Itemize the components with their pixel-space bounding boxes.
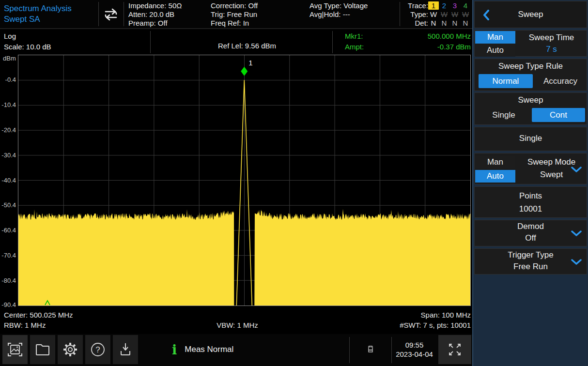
trace-3-type: W xyxy=(449,10,460,18)
measurement-status: i Meas Normal xyxy=(172,334,233,365)
bottom-toolbar: ? i Meas Normal 09:55 2023-04-04 xyxy=(0,334,472,366)
avghold-readout: Avg|Hold: --- xyxy=(309,10,368,19)
trace-1-det: N xyxy=(428,19,439,27)
scale-label: Scale: 10.0 dB xyxy=(4,42,51,52)
file-explorer-button[interactable] xyxy=(30,335,55,364)
log-label: Log xyxy=(4,31,51,42)
trace-1-type: W xyxy=(428,10,439,18)
y-tick: -80.4 xyxy=(0,277,16,284)
trigger-type-value: Free Run xyxy=(475,262,587,272)
save-button[interactable] xyxy=(113,335,138,364)
screenshot-button[interactable] xyxy=(2,335,28,364)
trace-3-det: N xyxy=(449,19,460,27)
sweep-mode-label: Sweep Mode xyxy=(516,157,587,167)
sweep-cont-option[interactable]: Cont xyxy=(532,108,585,122)
points-value: 10001 xyxy=(475,204,587,214)
freqref-readout: Freq Ref: In xyxy=(211,19,258,28)
y-tick: -30.4 xyxy=(0,152,16,159)
trace-3-button[interactable]: 3 xyxy=(449,1,460,10)
help-icon: ? xyxy=(90,341,106,358)
y-axis-unit-label: dBm xyxy=(3,55,16,62)
sweep-type-normal-option[interactable]: Normal xyxy=(479,74,533,88)
chevron-down-icon xyxy=(571,259,582,265)
y-tick: -70.4 xyxy=(0,252,16,259)
single-sweep-button[interactable]: Single xyxy=(474,127,587,151)
trace-4-det: N xyxy=(460,19,471,27)
demod-label: Demod xyxy=(475,222,587,231)
swt-readout[interactable]: #SWT: 7 s, pts: 10001 xyxy=(400,321,471,329)
y-tick: -50.4 xyxy=(0,201,16,209)
scale-bar: Log Scale: 10.0 dB Ref Lel: 9.56 dBm Mkr… xyxy=(0,30,472,54)
ref-level-readout[interactable]: Ref Lel: 9.56 dBm xyxy=(174,42,320,50)
continuous-sweep-button[interactable] xyxy=(100,3,122,26)
sweep-time-value: 7 s xyxy=(516,45,587,54)
trace-fill-left xyxy=(18,209,234,305)
sweep-type-rule-control: Sweep Type Rule Normal Accuracy xyxy=(474,59,587,91)
chevron-left-icon xyxy=(482,10,490,20)
trig-readout: Trig: Free Run xyxy=(211,10,258,19)
chevron-down-icon xyxy=(571,230,582,237)
trace-row: Trace: 1 2 3 4 xyxy=(402,1,471,10)
clock: 09:55 2023-04-04 xyxy=(391,334,437,365)
marker-readout[interactable]: Mkr1: 500.000 MHz Ampt: -0.37 dBm xyxy=(335,31,471,52)
demod-control[interactable]: Demod Off xyxy=(474,220,587,246)
continuous-sweep-icon xyxy=(102,7,120,22)
sweep-label: Sweep xyxy=(475,95,587,105)
trace-1-button[interactable]: 1 xyxy=(428,1,439,10)
center-freq-readout[interactable]: Center: 500.025 MHz xyxy=(4,311,73,319)
fullscreen-arrows-icon xyxy=(446,341,464,358)
save-icon xyxy=(117,341,134,358)
app-title-line1: Spectrum Analysis xyxy=(4,3,72,14)
y-tick: -20.4 xyxy=(0,126,16,134)
atten-readout: Atten: 20.0 dB xyxy=(128,10,182,19)
trace-2-type: W xyxy=(439,10,449,18)
input-settings-column: Impedance: 50Ω Atten: 20.0 dB Preamp: Of… xyxy=(128,1,182,28)
type-row: Type: W W W W xyxy=(402,10,471,18)
divider xyxy=(150,31,151,53)
top-status-bar: Spectrum Analysis Swept SA Impedance: 50… xyxy=(0,0,472,29)
trigger-type-label: Trigger Type xyxy=(475,250,587,260)
points-label: Points xyxy=(475,191,587,201)
screen: Spectrum Analysis Swept SA Impedance: 50… xyxy=(0,0,588,366)
det-row: Det: N N N N xyxy=(402,18,471,27)
app-title: Spectrum Analysis Swept SA xyxy=(4,3,72,25)
divider xyxy=(332,31,333,53)
y-tick: -90.4 xyxy=(0,301,16,308)
sweep-single-option[interactable]: Single xyxy=(480,108,528,122)
sweep-time-man-option[interactable]: Man xyxy=(475,31,515,44)
marker-name: Mkr1: xyxy=(335,31,363,42)
correction-readout: Correction: Off xyxy=(211,1,258,10)
preamp-readout: Preamp: Off xyxy=(128,19,182,28)
usb-status xyxy=(349,334,391,365)
marker-diamond-icon xyxy=(241,67,248,76)
sweep-mode-auto-option[interactable]: Auto xyxy=(475,170,515,183)
avgtype-readout: Avg Type: Voltage xyxy=(309,1,368,10)
trace-2-button[interactable]: 2 xyxy=(439,1,449,10)
spectrum-plot-area[interactable]: 1 xyxy=(18,55,471,306)
usb-device-icon xyxy=(367,345,374,354)
sweep-mode-control[interactable]: Man Auto Sweep Mode Swept xyxy=(474,153,587,184)
points-control[interactable]: Points 10001 xyxy=(474,186,587,218)
marker-frequency: 500.000 MHz xyxy=(428,31,471,42)
y-tick: -0.4 xyxy=(0,76,16,83)
back-button[interactable] xyxy=(482,10,490,22)
amplitude-scale-readout[interactable]: Log Scale: 10.0 dB xyxy=(4,31,51,52)
trace-2-det: N xyxy=(439,19,449,27)
sweep-time-auto-option[interactable]: Auto xyxy=(475,44,515,57)
spectrum-trace: 1 xyxy=(18,55,470,305)
trigger-type-control[interactable]: Trigger Type Free Run xyxy=(474,248,587,274)
sweep-mode-man-option[interactable]: Man xyxy=(475,156,515,168)
divider xyxy=(98,2,99,26)
panel-header: Sweep xyxy=(474,1,587,28)
divider xyxy=(400,2,400,26)
sweep-type-accuracy-option[interactable]: Accuracy xyxy=(536,74,585,88)
span-readout[interactable]: Span: 100 MHz xyxy=(421,311,471,319)
help-button[interactable]: ? xyxy=(85,335,110,364)
fullscreen-button[interactable] xyxy=(438,335,471,364)
type-row-label: Type: xyxy=(402,10,428,18)
det-row-label: Det: xyxy=(402,19,428,27)
trace-4-button[interactable]: 4 xyxy=(460,1,471,10)
sweep-menu-panel: Sweep Man Auto Sweep Time 7 s Sweep Type… xyxy=(472,0,588,366)
settings-button[interactable] xyxy=(58,335,83,364)
sweep-time-control[interactable]: Man Auto Sweep Time 7 s xyxy=(474,30,587,57)
